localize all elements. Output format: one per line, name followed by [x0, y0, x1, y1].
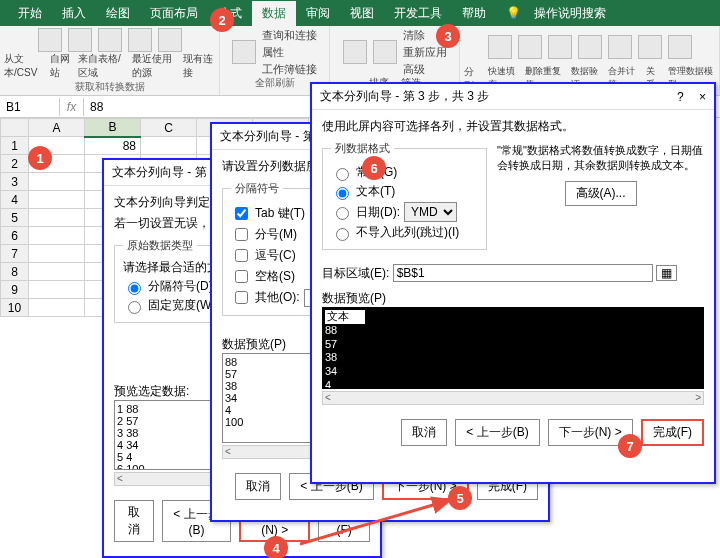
tab-view[interactable]: 视图 — [340, 1, 384, 26]
flash-fill-icon[interactable] — [518, 35, 542, 59]
dlg2-cancel[interactable]: 取消 — [235, 473, 281, 500]
range-picker-icon[interactable]: ▦ — [656, 265, 677, 281]
data-model-icon[interactable] — [668, 35, 692, 59]
icon-from-table[interactable] — [98, 28, 122, 52]
remove-dup-icon[interactable] — [548, 35, 572, 59]
dlg3-cancel[interactable]: 取消 — [401, 419, 447, 446]
fx-icon[interactable]: fx — [60, 98, 84, 116]
radio-text[interactable]: 文本(T) — [331, 183, 478, 200]
tab-draw[interactable]: 绘图 — [96, 1, 140, 26]
help-icon[interactable]: ? — [677, 90, 684, 104]
icon-from-web[interactable] — [68, 28, 92, 52]
dlg3-preview: 文本 88 57 38 34 4 100 — [322, 307, 704, 389]
dlg3-scroll[interactable] — [322, 391, 704, 405]
dlg3-title: 文本分列向导 - 第 3 步，共 3 步 — [320, 88, 489, 105]
tab-help[interactable]: 帮助 — [452, 1, 496, 26]
radio-skip[interactable]: 不导入此列(跳过)(I) — [331, 224, 478, 241]
icon-recent[interactable] — [128, 28, 152, 52]
tab-data[interactable]: 数据 — [252, 1, 296, 26]
refresh-all-icon[interactable] — [232, 40, 256, 64]
radio-general[interactable]: 常规(G) — [331, 164, 478, 181]
col-c[interactable]: C — [141, 119, 197, 137]
data-val-icon[interactable] — [578, 35, 602, 59]
target-range-input[interactable] — [393, 264, 653, 282]
icon-from-csv[interactable] — [38, 28, 62, 52]
formula-value[interactable]: 88 — [84, 98, 109, 116]
dlg3-finish[interactable]: 完成(F) — [641, 419, 704, 446]
consolidate-icon[interactable] — [608, 35, 632, 59]
tab-start[interactable]: 开始 — [8, 1, 52, 26]
advanced-button[interactable]: 高级(A)... — [565, 181, 637, 206]
radio-date[interactable]: 日期(D): YMD — [331, 202, 478, 222]
dlg1-cancel[interactable]: 取消 — [114, 500, 154, 542]
text-to-columns-icon[interactable] — [488, 35, 512, 59]
tab-dev[interactable]: 开发工具 — [384, 1, 452, 26]
tab-review[interactable]: 审阅 — [296, 1, 340, 26]
filter-icon[interactable] — [373, 40, 397, 64]
tab-layout[interactable]: 页面布局 — [140, 1, 208, 26]
tab-search[interactable]: 💡 操作说明搜索 — [496, 1, 626, 26]
wizard-step3-dialog: 文本分列向导 - 第 3 步，共 3 步 ? × 使用此屏内容可选择各列，并设置… — [310, 82, 716, 484]
icon-existing[interactable] — [158, 28, 182, 52]
relations-icon[interactable] — [638, 35, 662, 59]
tab-formula[interactable]: 公式 — [208, 1, 252, 26]
dlg3-next[interactable]: 下一步(N) > — [548, 419, 633, 446]
col-b[interactable]: B — [85, 119, 141, 137]
col-a[interactable]: A — [29, 119, 85, 137]
close-icon[interactable]: × — [699, 90, 706, 104]
dlg3-back[interactable]: < 上一步(B) — [455, 419, 539, 446]
ribbon-tabs: 开始 插入 绘图 页面布局 公式 数据 审阅 视图 开发工具 帮助 💡 操作说明… — [0, 0, 720, 26]
date-format-select[interactable]: YMD — [404, 202, 457, 222]
tab-insert[interactable]: 插入 — [52, 1, 96, 26]
sort-icon[interactable] — [343, 40, 367, 64]
name-box[interactable]: B1 — [0, 98, 60, 116]
